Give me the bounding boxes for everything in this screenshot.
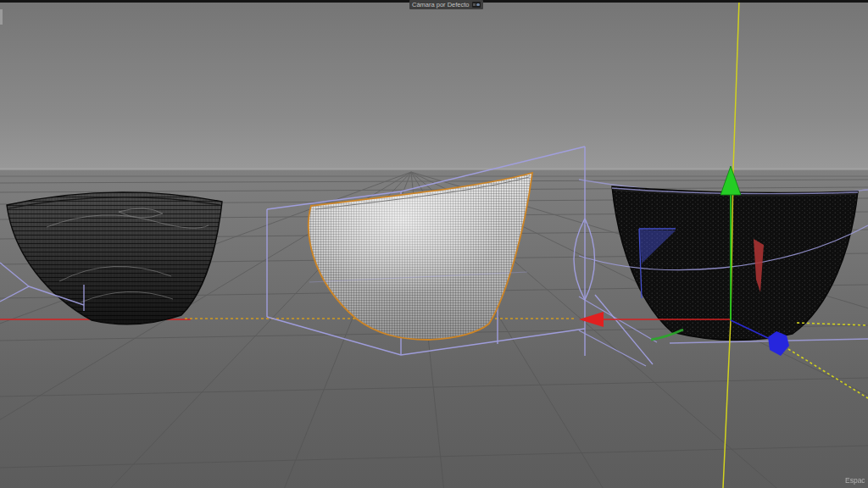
status-text: Espac: [845, 476, 865, 485]
x-axis-arrow-icon[interactable]: [579, 312, 604, 327]
scene-canvas: [0, 0, 868, 488]
bowl-dense-right[interactable]: [612, 186, 858, 341]
viewport-3d[interactable]: Cámara por Defecto Espac: [0, 0, 868, 488]
camera-menu[interactable]: Cámara por Defecto: [409, 0, 483, 9]
gizmo-rotation-handle-green[interactable]: [651, 330, 683, 340]
camera-menu-label: Cámara por Defecto: [412, 0, 470, 9]
viewport-edge-handle[interactable]: [0, 9, 3, 25]
x-axis-dashed-right: [797, 323, 868, 325]
camera-icon: [472, 2, 481, 8]
bowl-wireframe-left[interactable]: [7, 192, 280, 324]
